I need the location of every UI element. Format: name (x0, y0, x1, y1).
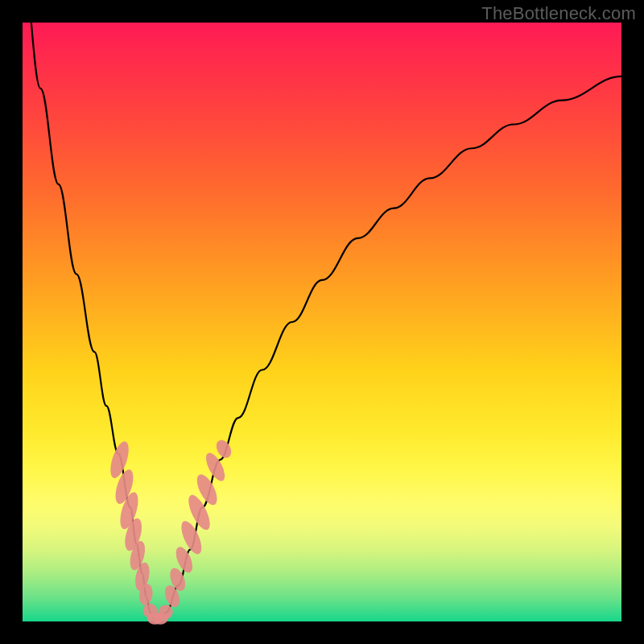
plot-area (23, 23, 621, 621)
watermark-text: TheBottleneck.com (481, 3, 636, 24)
chart-frame: TheBottleneck.com (0, 0, 644, 644)
curve-markers (107, 437, 234, 624)
chart-svg (23, 23, 621, 621)
curve-marker (159, 605, 173, 619)
bottleneck-curve (23, 0, 621, 620)
